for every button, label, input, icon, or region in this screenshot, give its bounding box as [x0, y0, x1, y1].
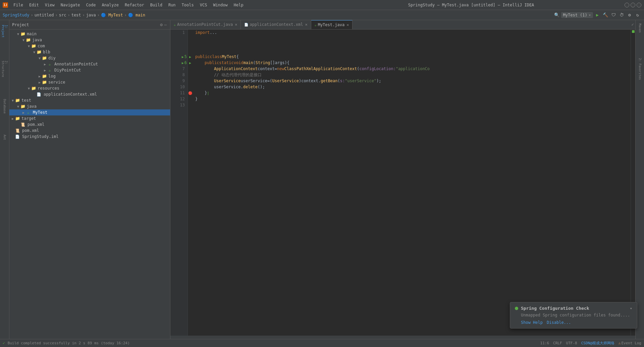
tab-label-annotation: AnnotationPointCut.java: [177, 22, 233, 27]
breadcrumb-project[interactable]: SpringStudy: [3, 13, 29, 17]
tree-item-main[interactable]: ▼ 📁 main: [9, 31, 170, 37]
tree-item-resources[interactable]: ▼ 📁 resources: [9, 85, 170, 91]
tree-item-com[interactable]: ▼ 📁 com: [9, 43, 170, 49]
close-button[interactable]: ✕: [637, 3, 641, 7]
menu-file[interactable]: File: [11, 2, 26, 8]
line-col[interactable]: 11:6: [540, 341, 549, 345]
tree-label-com: com: [38, 44, 45, 48]
favorites-sidebar-icon[interactable]: 2: Favorites: [638, 56, 642, 82]
tree-label-pom: pom.xml: [22, 128, 39, 133]
tab-close-annotation[interactable]: ✕: [235, 22, 237, 27]
tree-item-blb[interactable]: ▼ 📁 blb: [9, 49, 170, 55]
maximize-button[interactable]: □: [631, 3, 635, 7]
code-h-scrollbar[interactable]: [170, 336, 635, 339]
menu-run[interactable]: Run: [166, 2, 178, 8]
menu-analyze[interactable]: Analyze: [99, 2, 121, 8]
tree-item-pom-inner[interactable]: ▶ 📜 pom.xml: [9, 121, 170, 128]
run-button[interactable]: ▶: [594, 11, 601, 19]
tree-item-annotationpointcut[interactable]: ▶ ☕ AnnotationPointCut: [9, 61, 170, 67]
tab-bar-close-all[interactable]: ✓: [630, 20, 635, 29]
folder-icon-test: 📁: [15, 98, 20, 103]
breadcrumb-java[interactable]: java: [86, 13, 96, 17]
search-everywhere-icon[interactable]: 🔍: [553, 11, 560, 19]
fold-3: [188, 42, 193, 48]
folder-icon-java: 📁: [25, 37, 31, 43]
line-num-3: [185, 42, 187, 48]
minimize-button[interactable]: –: [625, 3, 629, 7]
tree-item-test[interactable]: ▼ 📁 test: [9, 97, 170, 103]
tab-xml[interactable]: 📄 applicationContext.xml ✕: [241, 20, 311, 29]
line-num-8: 8: [182, 72, 187, 78]
code-line-9: UserService userService = (UserService) …: [195, 78, 628, 84]
breadcrumb-mytest-class[interactable]: 🔵 MyTest: [101, 13, 123, 17]
menu-help[interactable]: Help: [231, 2, 246, 8]
code-line-3: [195, 42, 628, 48]
fold-4: [188, 48, 193, 54]
tree-label-blb: blb: [43, 50, 50, 54]
fold-11[interactable]: 🔴: [188, 90, 193, 96]
fold-12: [188, 96, 193, 102]
tab-close-xml[interactable]: ✕: [305, 22, 307, 27]
sidebar-ant-icon[interactable]: Ant: [1, 129, 9, 146]
menu-tools[interactable]: Tools: [179, 2, 197, 8]
breadcrumb-module[interactable]: untitled: [35, 13, 54, 17]
tree-item-mytest[interactable]: ▶ ☕ MyTest: [9, 109, 170, 115]
tab-mytest[interactable]: ☕ MyTest.java ✕: [311, 20, 353, 29]
menu-refactor[interactable]: Refactor: [122, 2, 147, 8]
fold-6[interactable]: ▶: [188, 60, 193, 66]
tree-item-java[interactable]: ▼ 📁 java: [9, 37, 170, 43]
panel-settings-icon[interactable]: ⚙: [159, 21, 163, 28]
sidebar-project-icon[interactable]: 1: Project: [1, 23, 9, 40]
tree-item-service[interactable]: ▶ 📁 service: [9, 79, 170, 85]
tree-item-pom[interactable]: ▶ 📜 pom.xml: [9, 128, 170, 134]
build-button[interactable]: 🔨: [602, 11, 609, 19]
line-ending[interactable]: CRLF: [553, 341, 562, 345]
tree-item-diypointcut[interactable]: ▶ ☕ DiyPointCut: [9, 67, 170, 73]
profile-button[interactable]: ⏱: [618, 11, 625, 19]
folder-icon-resources: 📁: [31, 86, 36, 91]
panel-minimize-icon[interactable]: –: [163, 21, 167, 28]
settings-button[interactable]: ⚙: [626, 11, 633, 19]
line-num-12: 12: [180, 96, 187, 102]
folder-icon-com: 📁: [31, 43, 36, 49]
chevron-diypointcut: ▶: [43, 68, 47, 72]
coverage-button[interactable]: 🛡: [610, 11, 617, 19]
chevron-java-test: ▼: [16, 104, 20, 108]
fold-5[interactable]: ▶: [188, 54, 193, 60]
tab-annotation[interactable]: ☕ AnnotationPointCut.java ✕: [170, 20, 241, 29]
menu-navigate[interactable]: Navigate: [58, 2, 83, 8]
menu-code[interactable]: Code: [84, 2, 99, 8]
folder-icon-main: 📁: [20, 31, 25, 37]
run-config-dropdown[interactable]: ▾: [589, 13, 591, 17]
menu-edit[interactable]: Edit: [26, 2, 42, 8]
menu-view[interactable]: View: [42, 2, 57, 8]
sidebar-database-icon[interactable]: Database: [1, 98, 9, 115]
fold-7: [188, 66, 193, 72]
file-tree: ▼ 📁 main ▼ 📁 java ▼ 📁 com ▼ 📁 blb ▼: [9, 30, 170, 339]
status-left: ✓ Build completed successfully in 2 s 89…: [3, 341, 540, 345]
tree-item-log[interactable]: ▶ 📁 log: [9, 73, 170, 79]
maven-sidebar-icon[interactable]: Maven: [638, 21, 642, 35]
breadcrumb-src[interactable]: src: [59, 13, 66, 17]
event-log-label: Event Log: [621, 341, 641, 345]
xml-icon-appcontext: 📄: [36, 92, 42, 97]
menu-vcs[interactable]: VCS: [197, 2, 210, 8]
tree-item-iml[interactable]: ▶ 📄 SpringStudy.iml: [9, 134, 170, 140]
menu-build[interactable]: Build: [148, 2, 165, 8]
tree-item-appcontext-xml[interactable]: ▶ 📄 applicationContext.xml: [9, 91, 170, 97]
encoding[interactable]: UTF-8: [566, 341, 577, 345]
update-button[interactable]: ↻: [634, 11, 641, 19]
tree-item-java-test[interactable]: ▼ 📁 java: [9, 103, 170, 109]
tab-icon-xml: 📄: [244, 23, 248, 27]
breadcrumb-test[interactable]: test: [71, 13, 81, 17]
tab-close-mytest[interactable]: ✕: [346, 22, 349, 27]
tree-item-target[interactable]: ▶ 📁 target: [9, 115, 170, 121]
menu-window[interactable]: Window: [210, 2, 230, 8]
tree-item-diy[interactable]: ▼ 📁 diy: [9, 55, 170, 61]
code-content[interactable]: import ... public class MyTest { public …: [193, 30, 631, 336]
event-log[interactable]: ⚠ Event Log: [619, 341, 641, 345]
run-config-selector[interactable]: MyTest (1) ▾: [561, 12, 593, 18]
sidebar-structure-icon[interactable]: 2: Structure: [1, 60, 9, 77]
breadcrumb-main[interactable]: 🔵 main: [128, 13, 145, 17]
editor-right-gutter: [631, 30, 635, 336]
